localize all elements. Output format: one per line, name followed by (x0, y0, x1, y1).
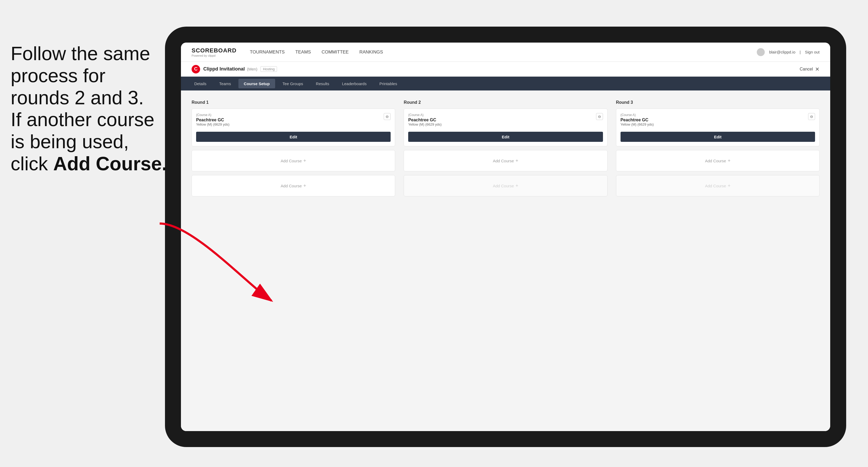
round-2-add-course-label-1: Add Course + (493, 183, 518, 189)
round-3-delete-btn-0[interactable]: ⊖ (808, 113, 815, 120)
round-1-add-course-label-1: Add Course + (281, 183, 306, 189)
round-3-section: Round 3 (Course A) Peachtree GC Yellow (… (616, 100, 819, 200)
clippd-logo: C (192, 65, 200, 73)
pipe-separator: | (800, 50, 801, 54)
sub-header: C Clippd Invitational (Men) Hosting Canc… (181, 62, 830, 76)
round-3-course-details-0: Yellow (M) (6629 yds) (621, 122, 654, 126)
instruction-line1: Follow the same (11, 43, 150, 64)
rounds-grid: Round 1 (Course A) Peachtree GC Yellow (… (192, 100, 819, 200)
round-2-label: Round 2 (404, 100, 607, 105)
round-2-course-label-0: (Course A) (408, 113, 441, 117)
round-3-course-card-0: (Course A) Peachtree GC Yellow (M) (6629… (616, 108, 819, 146)
round-2-section: Round 2 (Course A) Peachtree GC Yellow (… (404, 100, 607, 200)
main-content: Round 1 (Course A) Peachtree GC Yellow (… (181, 91, 830, 431)
round-2-add-course-0[interactable]: Add Course + (404, 150, 607, 172)
round-3-add-course-label-1: Add Course + (705, 183, 731, 189)
top-nav: SCOREBOARD Powered by clippd TOURNAMENTS… (181, 42, 830, 62)
round-1-add-course-0[interactable]: Add Course + (192, 150, 395, 172)
nav-tournaments[interactable]: TOURNAMENTS (250, 49, 285, 56)
tab-leaderboards[interactable]: Leaderboards (337, 79, 372, 88)
logo-title: SCOREBOARD (192, 47, 237, 54)
round-3-label: Round 3 (616, 100, 819, 105)
round-3-add-plus-0: + (728, 158, 731, 164)
round-2-course-card-0: (Course A) Peachtree GC Yellow (M) (6629… (404, 108, 607, 146)
round-3-add-plus-1: + (728, 183, 731, 189)
round-3-add-course-1: Add Course + (616, 175, 819, 196)
tab-details[interactable]: Details (189, 79, 212, 88)
tab-printables[interactable]: Printables (374, 79, 403, 88)
round-3-course-card-header: (Course A) Peachtree GC Yellow (M) (6629… (621, 113, 815, 130)
round-1-add-plus-1: + (303, 183, 306, 189)
instruction-bold: Add Course. (53, 153, 167, 174)
tablet-shell: SCOREBOARD Powered by clippd TOURNAMENTS… (165, 27, 846, 447)
round-2-course-details-0: Yellow (M) (6629 yds) (408, 122, 441, 126)
tablet-screen: SCOREBOARD Powered by clippd TOURNAMENTS… (181, 42, 830, 431)
tab-bar: Details Teams Course Setup Tee Groups Re… (181, 76, 830, 91)
nav-right: blair@clippd.io | Sign out (757, 48, 819, 56)
round-1-edit-btn-0[interactable]: Edit (196, 132, 391, 142)
round-1-add-course-1[interactable]: Add Course + (192, 175, 395, 196)
round-2-delete-btn-0[interactable]: ⊖ (596, 113, 603, 120)
round-1-label: Round 1 (192, 100, 395, 105)
round-2-add-course-1: Add Course + (404, 175, 607, 196)
round-3-course-name-0: Peachtree GC (621, 118, 654, 122)
tournament-name: Clippd Invitational (203, 66, 245, 72)
sub-header-right: Cancel ✕ (800, 66, 819, 72)
round-1-course-details-0: Yellow (M) (6629 yds) (196, 122, 229, 126)
user-email: blair@clippd.io (769, 50, 795, 54)
round-2-edit-btn-0[interactable]: Edit (408, 132, 603, 142)
cancel-x-button[interactable]: ✕ (815, 66, 819, 72)
round-2-course-card-header: (Course A) Peachtree GC Yellow (M) (6629… (408, 113, 603, 130)
tab-results[interactable]: Results (311, 79, 335, 88)
instruction-text: Follow the same process for rounds 2 and… (0, 42, 181, 175)
round-3-course-label-0: (Course A) (621, 113, 654, 117)
round-2-course-name-0: Peachtree GC (408, 118, 441, 122)
instruction-line3: rounds 2 and 3. (11, 87, 144, 108)
round-3-add-course-label-0: Add Course + (705, 158, 731, 164)
instruction-line6: click (11, 153, 53, 174)
round-2-add-plus-1: + (516, 183, 518, 189)
nav-committee[interactable]: COMMITTEE (321, 49, 349, 56)
round-1-course-card-header: (Course A) Peachtree GC Yellow (M) (6629… (196, 113, 391, 130)
round-1-course-name-0: Peachtree GC (196, 118, 229, 122)
cancel-label[interactable]: Cancel (800, 67, 813, 71)
instruction-line2: process for (11, 65, 105, 86)
instruction-line4: If another course (11, 109, 154, 130)
sign-out-link[interactable]: Sign out (805, 50, 819, 54)
nav-links: TOURNAMENTS TEAMS COMMITTEE RANKINGS (250, 49, 757, 56)
round-1-course-label-0: (Course A) (196, 113, 229, 117)
nav-teams[interactable]: TEAMS (296, 49, 311, 56)
round-1-section: Round 1 (Course A) Peachtree GC Yellow (… (192, 100, 395, 200)
round-1-course-card-0: (Course A) Peachtree GC Yellow (M) (6629… (192, 108, 395, 146)
instruction-line5: is being used, (11, 131, 129, 152)
round-2-add-plus-0: + (516, 158, 518, 164)
men-label: (Men) (247, 67, 257, 71)
round-1-add-plus-0: + (303, 158, 306, 164)
tab-course-setup[interactable]: Course Setup (239, 79, 275, 88)
hosting-badge: Hosting (260, 66, 277, 72)
nav-rankings[interactable]: RANKINGS (359, 49, 383, 56)
round-3-add-course-0[interactable]: Add Course + (616, 150, 819, 172)
avatar (757, 48, 765, 56)
scoreboard-logo: SCOREBOARD Powered by clippd (192, 47, 237, 57)
round-2-add-course-label-0: Add Course + (493, 158, 518, 164)
round-1-delete-btn-0[interactable]: ⊖ (384, 113, 391, 120)
round-3-edit-btn-0[interactable]: Edit (621, 132, 815, 142)
round-1-add-course-label-0: Add Course + (281, 158, 306, 164)
logo-sub: Powered by clippd (192, 54, 237, 57)
tab-teams[interactable]: Teams (214, 79, 236, 88)
tab-tee-groups[interactable]: Tee Groups (277, 79, 309, 88)
